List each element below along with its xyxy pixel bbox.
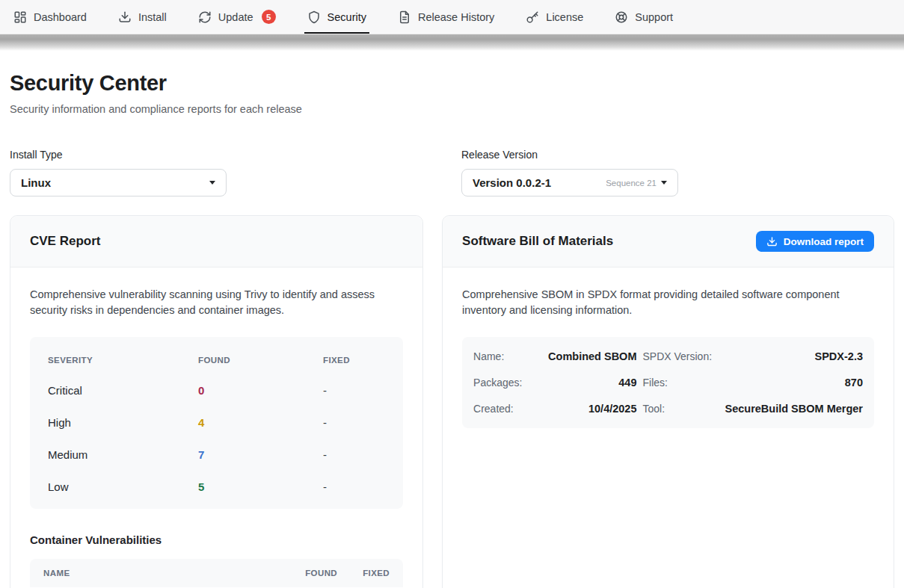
severity-table-header: Severity Found Fixed: [48, 356, 385, 365]
chevron-down-icon: [661, 181, 667, 185]
column-header-found: Found: [277, 569, 337, 578]
severity-label: Critical: [48, 384, 198, 397]
sbom-card-body: Comprehensive SBOM in SPDX format provid…: [443, 267, 894, 448]
sbom-packages-value: 449: [548, 377, 636, 389]
cve-description: Comprehensive vulnerability scanning usi…: [30, 287, 403, 318]
cve-card-title: CVE Report: [30, 234, 100, 249]
nav-label: Update: [218, 11, 253, 23]
chevron-down-icon: [209, 181, 215, 185]
nav-item-update[interactable]: Update 5: [198, 0, 276, 34]
download-icon: [118, 10, 132, 24]
sbom-tool-label: Tool:: [642, 403, 719, 415]
nav-item-dashboard[interactable]: Dashboard: [13, 0, 87, 34]
nav-item-release-history[interactable]: Release History: [398, 0, 494, 34]
nav-label: License: [546, 11, 583, 23]
install-type-label: Install Type: [10, 149, 443, 161]
found-count: 0: [198, 384, 323, 397]
table-row-high: High 4 -: [48, 416, 385, 429]
nav-label: Dashboard: [34, 11, 87, 23]
sbom-card: Software Bill of Materials Download repo…: [442, 215, 894, 588]
download-icon: [766, 236, 778, 247]
sbom-packages-label: Packages:: [473, 377, 542, 389]
nav-label: Security: [328, 11, 366, 23]
install-type-select[interactable]: Linux: [10, 169, 227, 196]
sbom-details-panel: Name: Combined SBOM SPDX Version: SPDX-2…: [462, 337, 874, 428]
severity-label: High: [48, 416, 198, 429]
cve-card-body: Comprehensive vulnerability scanning usi…: [10, 267, 422, 588]
severity-label: Medium: [48, 448, 198, 461]
severity-label: Low: [48, 480, 198, 493]
container-vulnerabilities-heading: Container Vulnerabilities: [30, 533, 403, 546]
release-version-label: Release Version: [461, 149, 894, 161]
filters-row: Install Type Linux Release Version Versi…: [10, 149, 894, 196]
severity-table: Severity Found Fixed Critical 0 - High 4…: [30, 337, 403, 509]
document-icon: [398, 10, 411, 24]
cve-report-card: CVE Report Comprehensive vulnerability s…: [10, 215, 423, 588]
table-row-critical: Critical 0 -: [48, 384, 385, 397]
top-navigation: Dashboard Install Update 5 Security Rele…: [0, 0, 904, 34]
release-version-field: Release Version Version 0.0.2-1 Sequence…: [461, 149, 894, 196]
column-header-found: Found: [198, 356, 323, 365]
refresh-icon: [198, 10, 212, 24]
column-header-fixed: Fixed: [323, 356, 385, 365]
update-count-badge: 5: [262, 10, 276, 24]
install-type-value: Linux: [21, 176, 209, 189]
table-row-medium: Medium 7 -: [48, 448, 385, 461]
found-count: 7: [198, 448, 323, 461]
sbom-name-label: Name:: [473, 350, 542, 362]
lifebuoy-icon: [615, 10, 628, 24]
sbom-description: Comprehensive SBOM in SPDX format provid…: [462, 287, 874, 318]
column-header-severity: Severity: [48, 356, 198, 365]
cards-grid: CVE Report Comprehensive vulnerability s…: [10, 215, 894, 588]
fixed-count: -: [323, 416, 385, 429]
release-sequence-label: Sequence 21: [606, 179, 657, 188]
found-count: 5: [198, 480, 323, 493]
column-header-name: Name: [43, 569, 277, 578]
nav-item-install[interactable]: Install: [118, 0, 167, 34]
fixed-count: -: [323, 480, 385, 493]
nav-item-support[interactable]: Support: [615, 0, 673, 34]
sbom-files-value: 870: [725, 377, 863, 389]
column-header-fixed: Fixed: [337, 569, 390, 578]
nav-label: Release History: [418, 11, 494, 23]
sbom-spdx-version-value: SPDX-2.3: [725, 350, 863, 362]
download-report-button[interactable]: Download report: [756, 231, 874, 252]
sbom-created-value: 10/4/2025: [548, 403, 636, 415]
page-title: Security Center: [10, 71, 894, 96]
release-version-value: Version 0.0.2-1: [473, 176, 606, 189]
fixed-count: -: [323, 448, 385, 461]
release-version-select[interactable]: Version 0.0.2-1 Sequence 21: [461, 169, 678, 196]
nav-shadow-band: [0, 34, 904, 51]
nav-label: Install: [138, 11, 167, 23]
dashboard-icon: [13, 10, 27, 24]
page-subtitle: Security information and compliance repo…: [10, 103, 894, 115]
fixed-count: -: [323, 384, 385, 397]
nav-label: Support: [635, 11, 673, 23]
sbom-created-label: Created:: [473, 403, 542, 415]
container-table-header: Name Found Fixed: [30, 559, 403, 587]
nav-item-security[interactable]: Security: [307, 0, 366, 34]
table-row-low: Low 5 -: [48, 480, 385, 493]
found-count: 4: [198, 416, 323, 429]
nav-item-license[interactable]: License: [526, 0, 583, 34]
sbom-card-header: Software Bill of Materials Download repo…: [443, 216, 894, 267]
sbom-spdx-version-label: SPDX Version:: [642, 350, 719, 362]
cve-card-header: CVE Report: [10, 216, 422, 267]
sbom-files-label: Files:: [642, 377, 719, 389]
key-icon: [526, 10, 539, 24]
install-type-field: Install Type Linux: [10, 149, 443, 196]
download-report-label: Download report: [784, 236, 864, 247]
sbom-card-title: Software Bill of Materials: [462, 234, 613, 249]
security-center-page: Security Center Security information and…: [0, 71, 904, 588]
shield-icon: [307, 10, 321, 24]
sbom-tool-value: SecureBuild SBOM Merger: [725, 403, 863, 415]
sbom-name-value: Combined SBOM: [548, 350, 636, 362]
